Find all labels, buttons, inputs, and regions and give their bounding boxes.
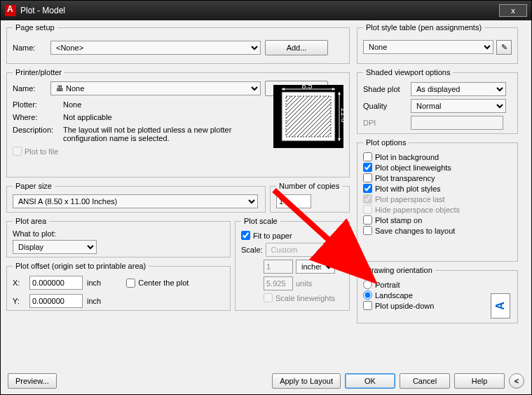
- svg-rect-2: [286, 96, 331, 137]
- page-setup-group: Page setup Name: <None> Add...: [6, 23, 350, 64]
- style-table-legend: Plot style table (pen assignments): [363, 23, 484, 32]
- page-setup-legend: Page setup: [13, 23, 57, 32]
- plot-area-legend: Plot area: [13, 217, 49, 225]
- plot-options-group: Plot options Plot in background Plot obj…: [357, 138, 518, 262]
- paper-size-select[interactable]: ANSI A (8.50 x 11.00 Inches): [13, 194, 258, 208]
- ok-button[interactable]: OK: [345, 373, 395, 389]
- chevron-left-icon: <: [514, 377, 519, 385]
- plotter-value: None: [63, 100, 81, 109]
- shade-plot-label: Shade plot: [363, 85, 408, 93]
- printer-group: Printer/plotter Name: 🖶 None Properties.…: [6, 68, 350, 178]
- plot-area-group: Plot area What to plot: Display: [6, 217, 231, 257]
- quality-label: Quality: [363, 102, 408, 110]
- style-table-select[interactable]: None: [363, 40, 493, 54]
- plot-scale-group: Plot scale Fit to paper Scale: Custom in…: [235, 217, 350, 311]
- plot-offset-legend: Plot offset (origin set to printable are…: [13, 262, 149, 270]
- cancel-button[interactable]: Cancel: [400, 373, 450, 389]
- shade-plot-select[interactable]: As displayed: [411, 82, 506, 96]
- den-unit-label: units: [296, 279, 312, 288]
- app-icon: [5, 5, 16, 16]
- expand-button[interactable]: <: [509, 373, 524, 389]
- window-title: Plot - Model: [20, 6, 499, 15]
- portrait-radio[interactable]: [363, 280, 372, 289]
- plot-to-file-checkbox: [13, 147, 22, 156]
- svg-text:8.5": 8.5": [301, 85, 315, 90]
- center-plot-row[interactable]: Center the plot: [126, 279, 189, 288]
- printer-name-select[interactable]: 🖶 None: [50, 81, 261, 95]
- orientation-legend: Drawing orientation: [363, 266, 435, 274]
- opt-save[interactable]: Save changes to layout: [363, 226, 512, 235]
- copies-input[interactable]: [276, 194, 311, 208]
- where-label: Where:: [13, 113, 63, 121]
- desc-value: The layout will not be plotted unless a …: [63, 126, 252, 142]
- orientation-group: Drawing orientation Portrait Landscape P…: [357, 266, 518, 323]
- upside-checkbox[interactable]: [363, 301, 372, 310]
- preview-button[interactable]: Preview...: [8, 373, 57, 389]
- orientation-preview-icon: A: [491, 293, 510, 319]
- scale-den-input: [264, 276, 293, 290]
- svg-marker-8: [338, 92, 341, 95]
- scale-unit-select[interactable]: inches: [296, 260, 335, 274]
- plot-scale-legend: Plot scale: [241, 217, 280, 225]
- desc-label: Description:: [13, 126, 63, 142]
- plot-dialog: Plot - Model x Page setup Name: <None> A…: [0, 0, 532, 395]
- svg-text:11.0": 11.0": [340, 107, 343, 125]
- scale-num-input: [264, 260, 293, 274]
- fit-to-paper-row[interactable]: Fit to paper: [241, 231, 343, 240]
- center-plot-checkbox[interactable]: [126, 279, 135, 288]
- upside-row[interactable]: Plot upside-down: [363, 301, 512, 310]
- x-unit: inch: [87, 279, 101, 287]
- close-button[interactable]: x: [499, 4, 527, 17]
- style-edit-button[interactable]: ✎: [496, 40, 512, 55]
- svg-marker-9: [338, 138, 341, 141]
- y-input[interactable]: [29, 294, 83, 308]
- plot-offset-group: Plot offset (origin set to printable are…: [6, 262, 231, 311]
- paper-size-legend: Paper size: [13, 182, 55, 190]
- apply-layout-button[interactable]: Apply to Layout: [272, 373, 341, 389]
- portrait-row[interactable]: Portrait: [363, 280, 512, 289]
- copies-group: Number of copies: [270, 182, 350, 213]
- plot-area-select[interactable]: Display: [13, 240, 97, 254]
- landscape-row[interactable]: Landscape: [363, 290, 512, 300]
- help-button[interactable]: Help: [454, 373, 505, 389]
- titlebar: Plot - Model x: [1, 1, 531, 20]
- dpi-input: [411, 116, 503, 130]
- page-setup-name-label: Name:: [13, 43, 46, 52]
- bottom-bar: Preview... Apply to Layout OK Cancel Hel…: [8, 373, 524, 389]
- paper-preview: 8.5" 11.0": [273, 85, 343, 148]
- scale-lw-checkbox: [264, 293, 273, 302]
- opt-pspace: Plot paperspace last: [363, 194, 512, 203]
- svg-marker-4: [282, 88, 285, 91]
- fit-to-paper-checkbox[interactable]: [241, 231, 250, 240]
- scale-label: Scale:: [241, 246, 263, 254]
- quality-select[interactable]: Normal: [411, 99, 506, 113]
- what-to-plot-label: What to plot:: [13, 229, 224, 238]
- opt-lw[interactable]: Plot object lineweights: [363, 163, 512, 172]
- opt-bg[interactable]: Plot in background: [363, 152, 512, 161]
- plotter-label: Plotter:: [13, 100, 63, 109]
- x-label: X:: [13, 279, 25, 287]
- opt-styles[interactable]: Plot with plot styles: [363, 184, 512, 193]
- opt-stamp[interactable]: Plot stamp on: [363, 215, 512, 225]
- opt-hide: Hide paperspace objects: [363, 205, 512, 214]
- page-setup-name-select[interactable]: <None>: [50, 41, 261, 55]
- y-label: Y:: [13, 297, 25, 305]
- style-table-group: Plot style table (pen assignments) None …: [357, 23, 518, 64]
- landscape-radio[interactable]: [363, 290, 372, 300]
- svg-marker-5: [332, 88, 335, 91]
- plot-options-legend: Plot options: [363, 138, 409, 147]
- x-input[interactable]: [29, 276, 83, 290]
- shaded-group: Shaded viewport options Shade plot As di…: [357, 68, 518, 134]
- equals-label: =: [338, 262, 342, 271]
- opt-trans[interactable]: Plot transparency: [363, 173, 512, 182]
- shaded-legend: Shaded viewport options: [363, 68, 453, 76]
- where-value: Not applicable: [63, 113, 112, 121]
- printer-legend: Printer/plotter: [13, 68, 64, 76]
- pencil-icon: ✎: [501, 43, 507, 52]
- scale-select: Custom: [266, 243, 340, 257]
- scale-lw-row: Scale lineweights: [264, 293, 343, 302]
- paper-size-group: Paper size ANSI A (8.50 x 11.00 Inches): [6, 182, 266, 213]
- add-button[interactable]: Add...: [265, 40, 328, 55]
- y-unit: inch: [87, 297, 101, 305]
- dpi-label: DPI: [363, 119, 408, 127]
